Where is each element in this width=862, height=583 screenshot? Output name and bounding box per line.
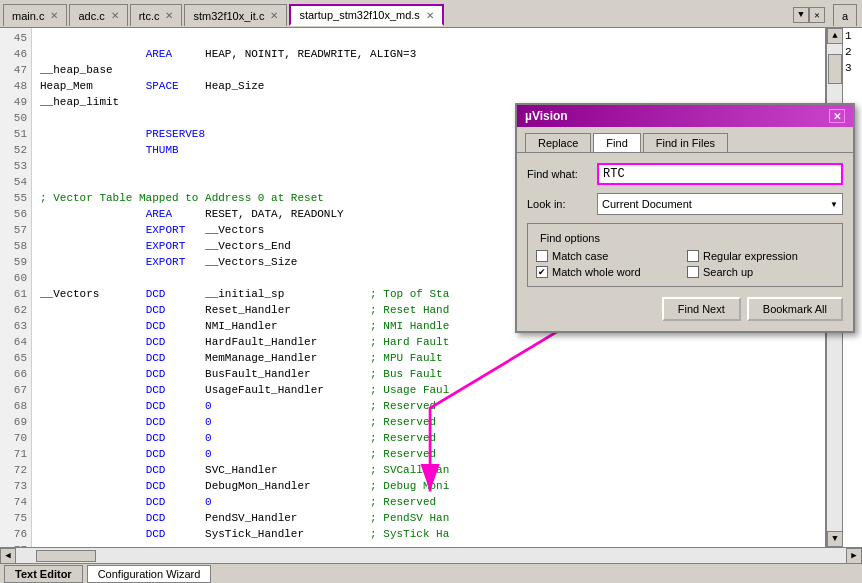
hscroll-thumb[interactable] — [36, 550, 96, 562]
bookmark-all-button[interactable]: Bookmark All — [747, 297, 843, 321]
status-tab-text-editor[interactable]: Text Editor — [4, 565, 83, 583]
tab-close-icon[interactable]: ✕ — [50, 10, 58, 21]
code-line: DCD SysTick_Handler ; SysTick Ha — [40, 526, 817, 542]
search-up-checkbox[interactable] — [687, 266, 699, 278]
find-options-title: Find options — [536, 232, 604, 244]
tab-rtc-c[interactable]: rtc.c ✕ — [130, 4, 183, 26]
scroll-down-btn[interactable]: ▼ — [827, 531, 843, 547]
look-in-combo[interactable]: Current Document ▼ — [597, 193, 843, 215]
search-up-row: Search up — [687, 266, 834, 278]
tab-dropdown-btn[interactable]: ▼ — [793, 7, 809, 23]
tab-label: a — [842, 10, 848, 22]
code-line: DCD UsageFault_Handler ; Usage Faul — [40, 382, 817, 398]
hscroll-right-btn[interactable]: ▶ — [846, 548, 862, 564]
options-grid: Match case Regular expression ✔ Match wh… — [536, 250, 834, 278]
tab-close-icon[interactable]: ✕ — [111, 10, 119, 21]
tab-stm32f10x-it-c[interactable]: stm32f10x_it.c ✕ — [184, 4, 287, 26]
find-what-row: Find what: — [527, 163, 843, 185]
dialog-titlebar: µVision ✕ — [517, 105, 853, 127]
hscroll-left-btn[interactable]: ◀ — [0, 548, 16, 564]
dialog-body: Find what: Look in: Current Document ▼ F… — [517, 153, 853, 331]
dialog-tab-bar: Replace Find Find in Files — [517, 127, 853, 153]
line-numbers: 4546474849 5051525354 5556575859 6061626… — [0, 28, 32, 547]
content-area: 4546474849 5051525354 5556575859 6061626… — [0, 28, 862, 547]
scroll-up-btn[interactable]: ▲ — [827, 28, 843, 44]
find-what-label: Find what: — [527, 168, 597, 180]
status-tab-config-wizard[interactable]: Configuration Wizard — [87, 565, 212, 583]
code-line: DCD MemManage_Handler ; MPU Fault — [40, 350, 817, 366]
tab-close-icon[interactable]: ✕ — [270, 10, 278, 21]
code-line: DCD PendSV_Handler ; PendSV Han — [40, 510, 817, 526]
dialog-title: µVision — [525, 109, 568, 123]
look-in-label: Look in: — [527, 198, 597, 210]
code-line: Heap_Mem SPACE Heap_Size — [40, 78, 817, 94]
look-in-value: Current Document — [602, 198, 692, 210]
hscroll-track[interactable] — [16, 548, 846, 563]
dialog-close-btn[interactable]: ✕ — [829, 109, 845, 123]
right-line: 1 — [843, 28, 862, 44]
tab-label: startup_stm32f10x_md.s — [299, 9, 419, 21]
tab-adc-c[interactable]: adc.c ✕ — [69, 4, 127, 26]
dialog-tab-find[interactable]: Find — [593, 133, 640, 152]
match-case-row: Match case — [536, 250, 683, 262]
match-case-label: Match case — [552, 250, 608, 262]
tab-label: stm32f10x_it.c — [193, 10, 264, 22]
find-options-group: Find options Match case Regular expressi… — [527, 223, 843, 287]
tab-bar: main.c ✕ adc.c ✕ rtc.c ✕ stm32f10x_it.c … — [0, 0, 862, 28]
right-line: 3 — [843, 60, 862, 76]
match-whole-word-row: ✔ Match whole word — [536, 266, 683, 278]
find-what-input[interactable] — [597, 163, 843, 185]
regular-expression-row: Regular expression — [687, 250, 834, 262]
combo-arrow-icon: ▼ — [830, 200, 838, 209]
code-line — [40, 30, 817, 46]
code-line: __heap_base — [40, 62, 817, 78]
right-line: 2 — [843, 44, 862, 60]
tab-label: adc.c — [78, 10, 104, 22]
tab-label: rtc.c — [139, 10, 160, 22]
code-line: AREA HEAP, NOINIT, READWRITE, ALIGN=3 — [40, 46, 817, 62]
dialog-tab-replace[interactable]: Replace — [525, 133, 591, 152]
tab-main-c[interactable]: main.c ✕ — [3, 4, 67, 26]
code-line: DCD SVC_Handler ; SVCall Han — [40, 462, 817, 478]
match-case-checkbox[interactable] — [536, 250, 548, 262]
dialog-tab-find-in-files[interactable]: Find in Files — [643, 133, 728, 152]
code-line: DCD BusFault_Handler ; Bus Fault — [40, 366, 817, 382]
match-whole-word-checkbox[interactable]: ✔ — [536, 266, 548, 278]
regular-expression-label: Regular expression — [703, 250, 798, 262]
buttons-row: Find Next Bookmark All — [527, 297, 843, 321]
tab-close-icon[interactable]: ✕ — [426, 10, 434, 21]
code-line: DCD 0 ; Reserved — [40, 430, 817, 446]
code-line: DCD 0 ; Reserved — [40, 494, 817, 510]
look-in-row: Look in: Current Document ▼ — [527, 193, 843, 215]
code-line: DCD DebugMon_Handler ; Debug Moni — [40, 478, 817, 494]
tab-right-a[interactable]: a — [833, 4, 857, 26]
regular-expression-checkbox[interactable] — [687, 250, 699, 262]
code-line: DCD 0 ; Reserved — [40, 446, 817, 462]
tab-close-icon[interactable]: ✕ — [165, 10, 173, 21]
main-window: main.c ✕ adc.c ✕ rtc.c ✕ stm32f10x_it.c … — [0, 0, 862, 583]
search-up-label: Search up — [703, 266, 753, 278]
uvision-dialog: µVision ✕ Replace Find Find in Files — [515, 103, 855, 333]
match-whole-word-label: Match whole word — [552, 266, 641, 278]
find-next-button[interactable]: Find Next — [662, 297, 741, 321]
code-line: DCD 0 ; Reserved — [40, 414, 817, 430]
scroll-thumb[interactable] — [828, 54, 842, 84]
code-line: DCD HardFault_Handler ; Hard Fault — [40, 334, 817, 350]
code-line: DCD 0 ; Reserved — [40, 398, 817, 414]
horizontal-scrollbar[interactable]: ◀ ▶ — [0, 547, 862, 563]
tab-startup-stm32f10x-md-s[interactable]: startup_stm32f10x_md.s ✕ — [289, 4, 443, 26]
tab-label: main.c — [12, 10, 44, 22]
code-line — [40, 542, 817, 547]
status-bar: Text Editor Configuration Wizard — [0, 563, 862, 583]
tab-close-all-btn[interactable]: ✕ — [809, 7, 825, 23]
